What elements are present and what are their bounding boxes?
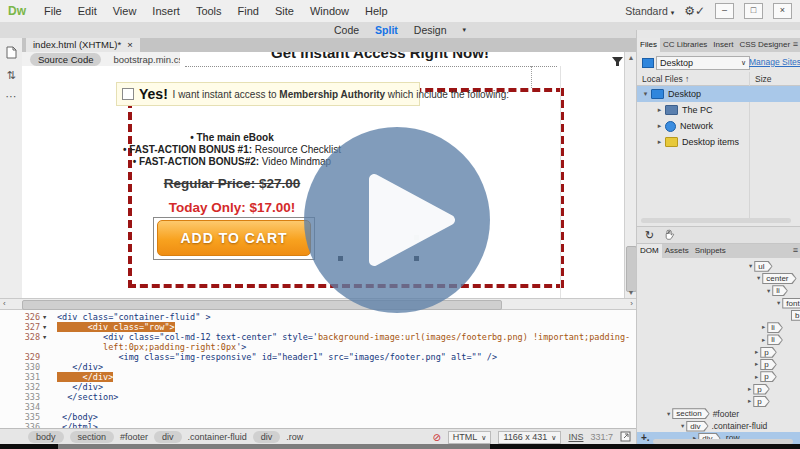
split-view-button[interactable]: Split <box>375 24 398 36</box>
add-element-icon[interactable]: +. <box>641 432 650 444</box>
file-management-icon[interactable] <box>0 46 22 61</box>
dom-row-p[interactable]: ▸p <box>637 358 800 370</box>
dom-row-p[interactable]: ▸p <box>637 395 800 407</box>
dom-row-li[interactable]: ▸li <box>637 321 800 333</box>
files-panel-scrollbar[interactable] <box>641 218 791 223</box>
tree-arrow-icon[interactable]: ▸ <box>755 346 758 358</box>
tag-selector-footer[interactable]: #footer <box>120 432 148 442</box>
tab-assets[interactable]: Assets <box>662 244 692 258</box>
tree-arrow-icon[interactable]: ▸ <box>762 321 765 333</box>
dom-row-p[interactable]: ▸p <box>637 346 800 358</box>
file-row-desktop-items[interactable]: ▸Desktop items <box>637 134 800 150</box>
dom-row-ul[interactable]: ▾ul <box>637 260 800 272</box>
related-file-source-code[interactable]: Source Code <box>30 53 101 66</box>
document-tab[interactable]: index.html (XHTML)* × <box>26 38 140 52</box>
yes-checkbox[interactable] <box>122 88 134 100</box>
size-column-header[interactable]: Size <box>755 74 772 84</box>
file-row-desktop[interactable]: ▾Desktop <box>637 86 800 102</box>
file-row-the-pc[interactable]: ▸The PC <box>637 102 800 118</box>
tree-arrow-icon[interactable]: ▸ <box>755 358 758 370</box>
code-fold-arrow[interactable]: ▼ <box>43 332 57 342</box>
tag-selector-body[interactable]: body <box>28 431 64 443</box>
menu-item-file[interactable]: File <box>36 5 70 17</box>
menu-item-find[interactable]: Find <box>230 5 267 17</box>
dom-tag-pill[interactable]: li <box>767 334 783 345</box>
dom-tag-pill[interactable]: p <box>753 384 769 395</box>
tab-files[interactable]: Files <box>637 38 660 52</box>
tree-arrow-icon[interactable]: ▾ <box>777 297 780 309</box>
dom-row-font[interactable]: ▾font <box>637 297 800 309</box>
site-dropdown[interactable]: Desktop ∨ <box>656 56 750 70</box>
dom-row-b[interactable]: b <box>637 309 800 321</box>
hand-tool-icon[interactable] <box>664 229 675 242</box>
dom-row-li[interactable]: ▸li <box>637 334 800 346</box>
dom-row-li[interactable]: ▾li <box>637 285 800 297</box>
tab-snippets[interactable]: Snippets <box>692 244 729 258</box>
close-button[interactable]: × <box>773 3 792 19</box>
window-size-dropdown[interactable]: 1166 x 431 ∨ <box>498 431 561 444</box>
scroll-left-icon[interactable]: ‹ <box>3 299 6 309</box>
tree-arrow-icon[interactable]: ▸ <box>755 371 758 383</box>
tab-css-designer[interactable]: CSS Designer <box>736 38 793 52</box>
dom-tag-pill[interactable]: li <box>767 322 783 333</box>
dom-row-div-container-fluid[interactable]: ▾div.container-fluid <box>637 420 800 432</box>
tree-arrow-icon[interactable]: ▸ <box>655 122 664 130</box>
sync-arrows-icon[interactable]: ⇅ <box>0 69 22 82</box>
chevron-down-icon[interactable]: ▾ <box>463 26 467 34</box>
code-fold-arrow[interactable]: ▼ <box>43 322 57 332</box>
tree-arrow-icon[interactable]: ▸ <box>762 334 765 346</box>
tag-selector-section[interactable]: section <box>70 431 115 443</box>
dom-tag-pill[interactable]: b <box>791 310 800 321</box>
menu-item-tools[interactable]: Tools <box>188 5 230 17</box>
doc-type-dropdown[interactable]: HTML ∨ <box>448 431 492 444</box>
dom-tag-pill[interactable]: p <box>753 396 769 407</box>
menu-item-site[interactable]: Site <box>267 5 302 17</box>
dom-tag-pill[interactable]: p <box>760 371 776 382</box>
tree-arrow-icon[interactable]: ▾ <box>641 90 650 98</box>
tag-selector-div[interactable]: div <box>154 431 182 443</box>
tag-selector-container-fluid[interactable]: .container-fluid <box>188 432 247 442</box>
tree-arrow-icon[interactable]: ▸ <box>655 106 664 114</box>
related-file-bootstrap-min-css[interactable]: bootstrap.min.css <box>113 54 187 65</box>
tree-arrow-icon[interactable]: ▾ <box>681 420 684 432</box>
tree-arrow-icon[interactable]: ▸ <box>748 383 751 395</box>
tree-arrow-icon[interactable]: ▸ <box>655 138 664 146</box>
video-progress-bar[interactable] <box>0 444 800 449</box>
gear-icon[interactable]: ⚙✓ <box>684 4 705 18</box>
design-view-button[interactable]: Design <box>414 24 447 36</box>
tree-arrow-icon[interactable]: ▾ <box>749 260 752 272</box>
dom-tag-pill[interactable]: section <box>672 408 709 419</box>
tab-dom[interactable]: DOM <box>637 244 662 258</box>
tab-close-icon[interactable]: × <box>127 38 133 52</box>
dom-tag-pill[interactable]: div <box>686 421 708 432</box>
dom-row-p[interactable]: ▸p <box>637 371 800 383</box>
dom-row-p[interactable]: ▸p <box>637 383 800 395</box>
menu-item-edit[interactable]: Edit <box>70 5 105 17</box>
panel-menu-icon[interactable]: ≡ <box>793 39 798 49</box>
tree-arrow-icon[interactable]: ▾ <box>757 272 760 284</box>
tab-insert[interactable]: Insert <box>710 38 736 52</box>
scroll-right-icon[interactable]: › <box>630 299 633 309</box>
local-files-column-header[interactable]: Local Files ↑ <box>642 74 689 84</box>
dom-tag-pill[interactable]: p <box>760 347 776 358</box>
dom-row-section-footer[interactable]: ▾section#footer <box>637 408 800 420</box>
code-view-button[interactable]: Code <box>334 24 359 36</box>
dom-row-center[interactable]: ▾center <box>637 272 800 284</box>
tree-arrow-icon[interactable]: ▾ <box>667 408 670 420</box>
dom-tag-pill[interactable]: p <box>760 359 776 370</box>
menu-item-insert[interactable]: Insert <box>144 5 188 17</box>
design-vertical-scrollbar[interactable]: ▲ ▼ <box>624 52 636 298</box>
menu-item-help[interactable]: Help <box>357 5 396 17</box>
realtime-preview-icon[interactable] <box>620 431 632 444</box>
linting-error-icon[interactable]: ⊘ <box>432 432 440 443</box>
tab-cc-libraries[interactable]: CC Libraries <box>660 38 710 52</box>
code-editor[interactable]: 326▼<div class="container-fluid" >327▼ <… <box>0 310 636 428</box>
manage-sites-link[interactable]: Manage Sites <box>749 57 800 67</box>
file-row-network[interactable]: ▸Network <box>637 118 800 134</box>
add-to-cart-button[interactable]: ADD TO CART <box>157 220 311 256</box>
tag-selector-row[interactable]: .row <box>286 432 303 442</box>
menu-item-window[interactable]: Window <box>302 5 357 17</box>
insert-mode-toggle[interactable]: INS <box>568 432 583 442</box>
tree-arrow-icon[interactable]: ▸ <box>748 395 751 407</box>
refresh-icon[interactable]: ↻ <box>645 229 654 242</box>
